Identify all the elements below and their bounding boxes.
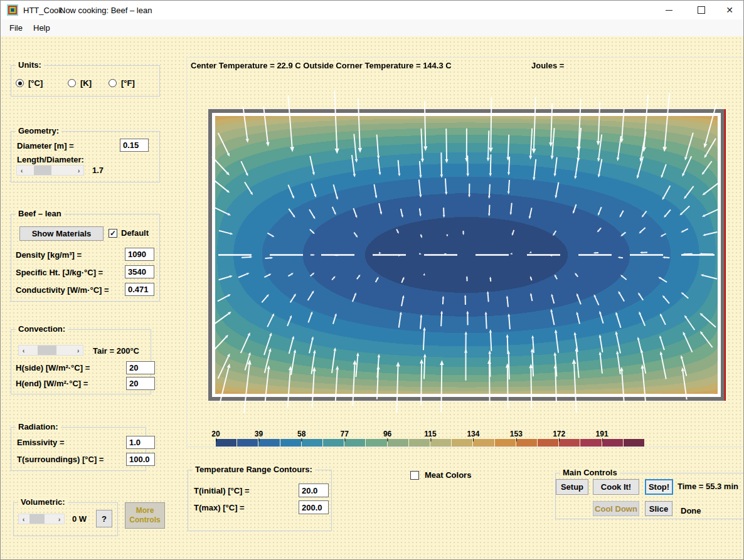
scroll-right-icon[interactable]: › <box>55 514 64 524</box>
menu-file[interactable]: File <box>6 22 26 34</box>
volumetric-scrollbar[interactable]: ‹ › <box>18 514 65 524</box>
setup-button[interactable]: Setup <box>556 479 588 495</box>
density-input[interactable]: 1090 <box>125 248 154 261</box>
density-label: Density [kg/m³] = <box>16 250 82 260</box>
more-controls-button[interactable]: More Controls <box>125 502 165 529</box>
volumetric-value-label: 0 W <box>72 514 87 524</box>
t-max-input[interactable]: 200.0 <box>299 500 329 514</box>
joules-label: Joules = <box>531 61 564 70</box>
slice-button[interactable]: Slice <box>645 501 672 516</box>
emissivity-label: Emissivity = <box>17 438 65 447</box>
show-materials-button[interactable]: Show Materials <box>19 226 104 241</box>
t-initial-label: T(initial) [°C] = <box>194 486 250 495</box>
h-side-input[interactable]: 20 <box>126 361 155 374</box>
menu-bar: File Help <box>1 19 743 37</box>
window-title: HTT_Cook <box>23 6 63 15</box>
time-label: Time = 55.3 min <box>678 482 738 491</box>
diameter-input[interactable]: 0.15 <box>120 139 149 152</box>
scroll-left-icon[interactable]: ‹ <box>19 514 28 524</box>
specific-heat-input[interactable]: 3540 <box>125 265 154 278</box>
t-surroundings-label: T(surroundings) [°C] = <box>17 455 104 464</box>
volumetric-group-title: Volumetric: <box>18 497 68 507</box>
stop-button[interactable]: Stop! <box>645 479 673 495</box>
convection-group-title: Convection: <box>16 324 68 334</box>
radiation-group-title: Radiation: <box>16 422 61 431</box>
default-checkbox-label[interactable]: Default <box>121 228 149 238</box>
t-initial-input[interactable]: 20.0 <box>299 483 329 497</box>
radio-kelvin-label[interactable]: [K] <box>80 78 92 88</box>
h-end-input[interactable]: 20 <box>126 377 155 390</box>
volumetric-help-button[interactable]: ? <box>96 510 112 527</box>
title-bar: HTT_Cook Now cooking: Beef – lean ✕ <box>1 1 743 19</box>
scrollbar-thumb[interactable] <box>34 166 51 175</box>
done-label: Done <box>681 506 701 515</box>
plot-panel: 2039587796115134153172191 Center Tempera… <box>186 57 744 447</box>
radio-kelvin[interactable] <box>68 79 76 87</box>
radio-fahrenheit-label[interactable]: [°F] <box>121 78 135 88</box>
cook-it-button[interactable]: Cook It! <box>593 479 639 495</box>
conductivity-label: Conductivity [W/m·°C] = <box>16 285 109 295</box>
units-group-title: Units: <box>16 60 44 70</box>
now-cooking-label: Now cooking: Beef – lean <box>60 6 152 15</box>
minimize-button[interactable] <box>654 1 683 19</box>
t-surroundings-input[interactable]: 100.0 <box>126 453 155 466</box>
menu-help[interactable]: Help <box>29 22 54 34</box>
scrollbar-thumb[interactable] <box>29 514 45 524</box>
default-checkbox[interactable]: ✓ <box>109 229 117 238</box>
close-button[interactable]: ✕ <box>715 1 744 19</box>
flux-arrows <box>187 58 744 448</box>
maximize-button[interactable] <box>687 1 716 19</box>
temp-contours-group-title: Temperature Range Contours: <box>193 465 315 474</box>
h-end-label: H(end) [W/m²·°C] = <box>16 379 88 388</box>
t-max-label: T(max) [°C] = <box>194 503 245 512</box>
length-diameter-scrollbar[interactable]: ‹ › <box>16 165 84 176</box>
radio-celsius[interactable] <box>16 79 24 87</box>
minimize-icon <box>666 10 672 11</box>
app-window: HTT_Cook Now cooking: Beef – lean ✕ File… <box>0 0 744 560</box>
scrollbar-thumb[interactable] <box>38 346 56 355</box>
length-diameter-value: 1.7 <box>92 166 104 175</box>
radio-fahrenheit[interactable] <box>109 79 117 87</box>
main-controls-group-title: Main Controls <box>560 468 620 477</box>
meat-colors-label[interactable]: Meat Colors <box>425 470 471 480</box>
radio-selected-dot <box>18 82 22 85</box>
h-side-label: H(side) [W/m²·°C] = <box>16 363 90 372</box>
scroll-left-icon[interactable]: ‹ <box>17 166 26 175</box>
tair-value-label: Tair = 200°C <box>93 346 139 356</box>
app-icon <box>7 4 18 16</box>
specific-heat-label: Specific Ht. [J/kg·°C] = <box>16 268 103 277</box>
conductivity-input[interactable]: 0.471 <box>125 283 154 296</box>
scroll-right-icon[interactable]: › <box>74 166 83 175</box>
emissivity-input[interactable]: 1.0 <box>126 436 155 449</box>
tair-scrollbar[interactable]: ‹ › <box>18 345 83 356</box>
scroll-left-icon[interactable]: ‹ <box>19 346 28 355</box>
length-diameter-label: Length/Diameter: <box>17 155 84 164</box>
checkmark-icon: ✓ <box>110 230 116 237</box>
diameter-label: Diameter [m] = <box>17 141 74 151</box>
close-icon: ✕ <box>726 5 733 15</box>
radio-celsius-label[interactable]: [°C] <box>28 78 43 88</box>
cool-down-button[interactable]: Cool Down <box>593 501 639 516</box>
geometry-group-title: Geometry: <box>16 126 61 135</box>
maximize-icon <box>698 6 705 14</box>
scroll-right-icon[interactable]: › <box>73 346 83 355</box>
meat-colors-checkbox[interactable] <box>410 471 419 480</box>
plot-status-label: Center Temperature = 22.9 C Outside Corn… <box>191 61 452 70</box>
material-group-title: Beef – lean <box>16 209 64 218</box>
